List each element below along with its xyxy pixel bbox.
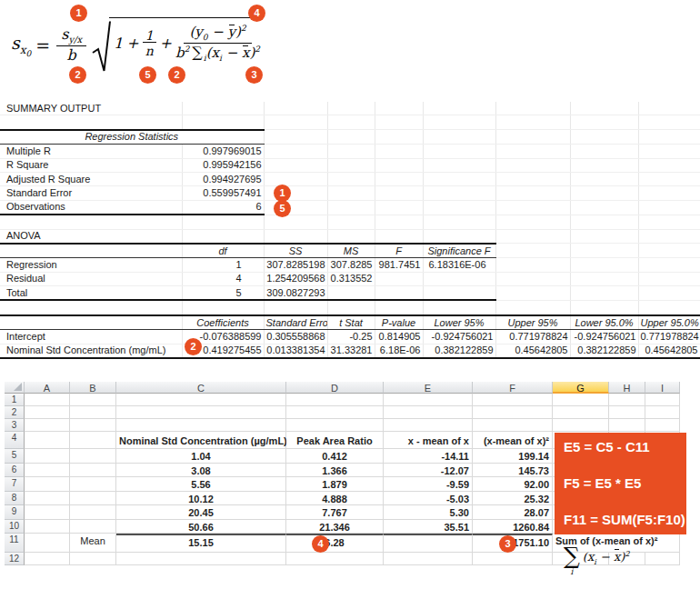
cell-A6[interactable] [25, 464, 70, 478]
cell-B3[interactable] [70, 419, 116, 432]
cell-C8[interactable]: 10.12 [116, 492, 286, 506]
col-header-A[interactable]: A [25, 382, 70, 394]
cell-A3[interactable] [25, 419, 70, 432]
cell-F2[interactable] [473, 406, 553, 419]
cell-A4[interactable] [25, 432, 70, 449]
row-header-9[interactable]: 9 [5, 505, 25, 520]
cell-F9[interactable]: 28.07 [473, 505, 553, 520]
col-header-B[interactable]: B [70, 382, 116, 394]
cell-D1[interactable] [286, 394, 384, 406]
cell-D12[interactable] [286, 553, 384, 565]
cell-H1[interactable] [609, 394, 645, 406]
cell-E2[interactable] [384, 406, 473, 419]
cell-I3[interactable] [645, 419, 680, 432]
cell-G3[interactable] [553, 419, 609, 432]
cell-C11[interactable]: 15.15 [116, 534, 286, 553]
cell-C5[interactable]: 1.04 [116, 449, 286, 464]
cell-E7[interactable]: -9.59 [384, 477, 473, 492]
cell-B6[interactable] [70, 464, 116, 478]
cell-I1[interactable] [645, 394, 680, 406]
cell-E3[interactable] [384, 419, 473, 432]
row-header-5[interactable]: 5 [5, 449, 25, 464]
cell-B5[interactable] [70, 449, 116, 464]
cell-E12[interactable] [384, 553, 473, 565]
cell-E11[interactable] [384, 534, 473, 553]
cell-A5[interactable] [25, 449, 70, 464]
cell-B9[interactable] [70, 505, 116, 520]
cell-F5[interactable]: 199.14 [473, 449, 553, 464]
cell-B11[interactable]: Mean [70, 534, 116, 553]
cell-C3[interactable] [116, 419, 286, 432]
cell-D10[interactable]: 21.346 [286, 520, 384, 534]
row-header-6[interactable]: 6 [5, 464, 25, 478]
cell-G1[interactable] [553, 394, 609, 406]
cell-H2[interactable] [609, 406, 645, 419]
cell-A1[interactable] [25, 394, 70, 406]
cell-F7[interactable]: 92.00 [473, 477, 553, 492]
cell-H3[interactable] [609, 419, 645, 432]
cell-E1[interactable] [384, 394, 473, 406]
cell-B12[interactable] [70, 553, 116, 565]
cell-B2[interactable] [70, 406, 116, 419]
cell-C4[interactable]: Nominal Std Concentration (µg/mL) [116, 432, 286, 449]
row-header-11[interactable]: 11 [5, 534, 25, 553]
col-header-I[interactable]: I [645, 382, 680, 394]
col-header-H[interactable]: H [609, 382, 645, 394]
col-header-F[interactable]: F [473, 382, 553, 394]
cell-B7[interactable] [70, 477, 116, 492]
cell-F6[interactable]: 145.73 [473, 464, 553, 478]
col-header-G[interactable]: G [553, 382, 609, 394]
cell-C12[interactable] [116, 553, 286, 565]
cell-B10[interactable] [70, 520, 116, 534]
cell-C7[interactable]: 5.56 [116, 477, 286, 492]
row-header-12[interactable]: 12 [5, 553, 25, 565]
cell-E4[interactable]: x - mean of x [384, 432, 473, 449]
cell-A7[interactable] [25, 477, 70, 492]
row-header-10[interactable]: 10 [5, 520, 25, 534]
select-all-corner[interactable] [5, 382, 25, 394]
cell-E5[interactable]: -14.11 [384, 449, 473, 464]
cell-A9[interactable] [25, 505, 70, 520]
cell-F4[interactable]: (x-mean of x)² [473, 432, 553, 449]
cell-B8[interactable] [70, 492, 116, 506]
cell-D4[interactable]: Peak Area Ratio [286, 432, 384, 449]
cell-E9[interactable]: 5.30 [384, 505, 473, 520]
cell-D8[interactable]: 4.888 [286, 492, 384, 506]
cell-F10[interactable]: 1260.84 [473, 520, 553, 534]
cell-C10[interactable]: 50.66 [116, 520, 286, 534]
cell-A10[interactable] [25, 520, 70, 534]
row-header-3[interactable]: 3 [5, 419, 25, 432]
cell-C1[interactable] [116, 394, 286, 406]
row-header-1[interactable]: 1 [5, 394, 25, 406]
cell-E6[interactable]: -12.07 [384, 464, 473, 478]
cell-F1[interactable] [473, 394, 553, 406]
cell-F3[interactable] [473, 419, 553, 432]
cell-F12[interactable] [473, 553, 553, 565]
cell-D9[interactable]: 7.767 [286, 505, 384, 520]
cell-G2[interactable] [553, 406, 609, 419]
col-header-D[interactable]: D [286, 382, 384, 394]
cell-B1[interactable] [70, 394, 116, 406]
cell-B4[interactable] [70, 432, 116, 449]
cell-C9[interactable]: 20.45 [116, 505, 286, 520]
cell-C6[interactable]: 3.08 [116, 464, 286, 478]
row-header-4[interactable]: 4 [5, 432, 25, 449]
cell-E10[interactable]: 35.51 [384, 520, 473, 534]
cell-D6[interactable]: 1.366 [286, 464, 384, 478]
cell-D7[interactable]: 1.879 [286, 477, 384, 492]
cell-D5[interactable]: 0.412 [286, 449, 384, 464]
row-header-7[interactable]: 7 [5, 477, 25, 492]
cell-A8[interactable] [25, 492, 70, 506]
cell-I2[interactable] [645, 406, 680, 419]
row-header-8[interactable]: 8 [5, 492, 25, 506]
cell-A2[interactable] [25, 406, 70, 419]
cell-F8[interactable]: 25.32 [473, 492, 553, 506]
cell-I12[interactable] [645, 553, 680, 565]
cell-D3[interactable] [286, 419, 384, 432]
cell-A12[interactable] [25, 553, 70, 565]
cell-C2[interactable] [116, 406, 286, 419]
col-header-C[interactable]: C [116, 382, 286, 394]
cell-A11[interactable] [25, 534, 70, 553]
cell-E8[interactable]: -5.03 [384, 492, 473, 506]
col-header-E[interactable]: E [384, 382, 473, 394]
